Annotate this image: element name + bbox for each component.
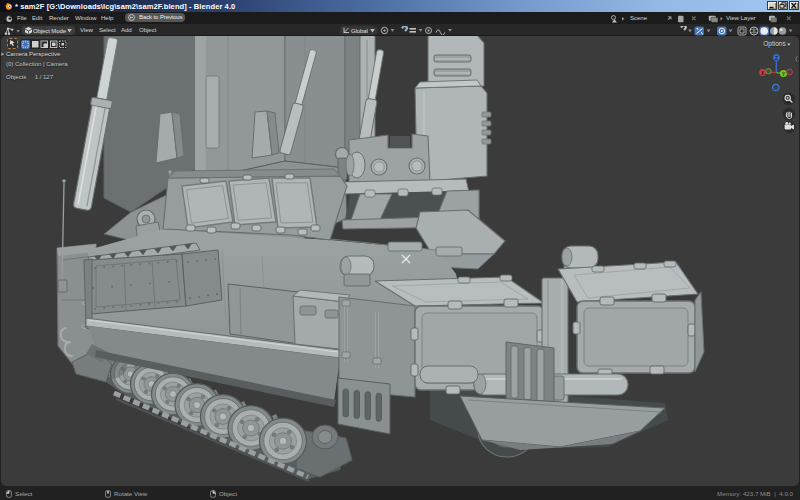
svg-text:Z: Z (775, 56, 778, 61)
svg-text:Y: Y (782, 72, 785, 77)
svg-text:X: X (761, 71, 764, 76)
